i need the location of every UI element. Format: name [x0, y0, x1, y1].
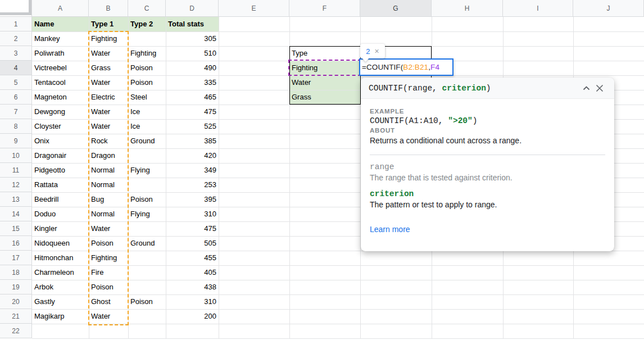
cell-B3[interactable]: Water [89, 46, 128, 61]
cell-B7[interactable]: Water [89, 105, 128, 119]
cell-D20[interactable]: 310 [166, 294, 219, 309]
cell-B12[interactable]: Normal [89, 178, 128, 192]
column-header-F[interactable]: F [289, 0, 360, 17]
cell-C1[interactable]: Type 2 [128, 17, 166, 31]
row-header-11[interactable]: 11 [0, 163, 32, 178]
row-header-22[interactable]: 22 [0, 324, 32, 338]
formula-input[interactable]: =COUNTIF(B2:B21,F4 [359, 58, 453, 76]
cell-D19[interactable]: 438 [166, 280, 219, 294]
row-header-10[interactable]: 10 [0, 148, 32, 163]
row-header-9[interactable]: 9 [0, 134, 32, 148]
cell-A9[interactable]: Onix [32, 134, 89, 148]
row-header-7[interactable]: 7 [0, 105, 32, 119]
cell-B15[interactable]: Water [89, 221, 128, 236]
cell-B2[interactable]: Fighting [89, 31, 128, 46]
cell-B14[interactable]: Normal [89, 207, 128, 221]
cell-B4[interactable]: Grass [89, 61, 128, 75]
row-header-20[interactable]: 20 [0, 294, 32, 309]
cell-A5[interactable]: Tentacool [32, 75, 89, 90]
cell-A21[interactable]: Magikarp [32, 309, 89, 324]
cell-F4[interactable]: Fighting [289, 61, 360, 75]
cell-B11[interactable]: Normal [89, 163, 128, 178]
row-header-4[interactable]: 4 [0, 61, 32, 75]
cell-D15[interactable]: 475 [166, 221, 219, 236]
row-header-14[interactable]: 14 [0, 207, 32, 221]
cell-A10[interactable]: Dragonair [32, 148, 89, 163]
cell-D21[interactable]: 200 [166, 309, 219, 324]
cell-A3[interactable]: Poliwrath [32, 46, 89, 61]
row-header-16[interactable]: 16 [0, 236, 32, 251]
row-header-12[interactable]: 12 [0, 178, 32, 192]
chevron-up-icon[interactable] [579, 81, 593, 95]
cell-A14[interactable]: Doduo [32, 207, 89, 221]
column-header-I[interactable]: I [503, 0, 573, 17]
cell-B19[interactable]: Poison [89, 280, 128, 294]
cell-A20[interactable]: Gastly [32, 294, 89, 309]
cell-D1[interactable]: Total stats [166, 17, 219, 31]
cell-A1[interactable]: Name [32, 17, 89, 31]
cell-C20[interactable]: Poison [128, 294, 166, 309]
cell-C6[interactable]: Steel [128, 90, 166, 105]
row-header-17[interactable]: 17 [0, 251, 32, 265]
cell-A7[interactable]: Dewgong [32, 105, 89, 119]
cell-B13[interactable]: Bug [89, 192, 128, 207]
row-header-15[interactable]: 15 [0, 221, 32, 236]
cell-A4[interactable]: Victreebel [32, 61, 89, 75]
cell-B1[interactable]: Type 1 [89, 17, 128, 31]
cell-C3[interactable]: Fighting [128, 46, 166, 61]
cell-A2[interactable]: Mankey [32, 31, 89, 46]
cell-D12[interactable]: 253 [166, 178, 219, 192]
cell-B10[interactable]: Dragon [89, 148, 128, 163]
cell-B5[interactable]: Water [89, 75, 128, 90]
row-header-19[interactable]: 19 [0, 280, 32, 294]
cell-D11[interactable]: 349 [166, 163, 219, 178]
cell-B17[interactable]: Fighting [89, 251, 128, 265]
cell-D10[interactable]: 420 [166, 148, 219, 163]
cell-C13[interactable]: Poison [128, 192, 166, 207]
row-header-18[interactable]: 18 [0, 265, 32, 280]
cell-A13[interactable]: Beedrill [32, 192, 89, 207]
cell-A16[interactable]: Nidoqueen [32, 236, 89, 251]
row-header-8[interactable]: 8 [0, 119, 32, 134]
row-header-13[interactable]: 13 [0, 192, 32, 207]
row-header-21[interactable]: 21 [0, 309, 32, 324]
cell-D7[interactable]: 475 [166, 105, 219, 119]
cell-D5[interactable]: 335 [166, 75, 219, 90]
column-header-H[interactable]: H [432, 0, 503, 17]
cell-A6[interactable]: Magneton [32, 90, 89, 105]
row-header-5[interactable]: 5 [0, 75, 32, 90]
row-header-1[interactable]: 1 [0, 17, 32, 31]
select-all-corner[interactable] [0, 0, 32, 17]
column-header-G[interactable]: G [360, 0, 432, 17]
column-header-A[interactable]: A [32, 0, 89, 17]
column-header-E[interactable]: E [219, 0, 289, 17]
cell-F5[interactable]: Water [289, 75, 360, 90]
cell-D18[interactable]: 405 [166, 265, 219, 280]
cell-D3[interactable]: 510 [166, 46, 219, 61]
cell-B9[interactable]: Rock [89, 134, 128, 148]
column-header-B[interactable]: B [89, 0, 128, 17]
cell-D17[interactable]: 455 [166, 251, 219, 265]
cell-B8[interactable]: Water [89, 119, 128, 134]
cell-B21[interactable]: Water [89, 309, 128, 324]
row-header-6[interactable]: 6 [0, 90, 32, 105]
cell-F3[interactable]: Type [289, 46, 360, 61]
close-icon[interactable] [593, 81, 606, 95]
cell-C4[interactable]: Poison [128, 61, 166, 75]
chip-close-icon[interactable]: × [375, 47, 379, 56]
cell-A19[interactable]: Arbok [32, 280, 89, 294]
cell-D4[interactable]: 490 [166, 61, 219, 75]
cell-D13[interactable]: 395 [166, 192, 219, 207]
cell-C9[interactable]: Ground [128, 134, 166, 148]
column-header-D[interactable]: D [166, 0, 219, 17]
cell-B20[interactable]: Ghost [89, 294, 128, 309]
cell-B18[interactable]: Fire [89, 265, 128, 280]
cell-D6[interactable]: 465 [166, 90, 219, 105]
cell-A15[interactable]: Kingler [32, 221, 89, 236]
row-header-3[interactable]: 3 [0, 46, 32, 61]
cell-A8[interactable]: Cloyster [32, 119, 89, 134]
cell-B6[interactable]: Electric [89, 90, 128, 105]
cell-F6[interactable]: Grass [289, 90, 360, 105]
cell-D2[interactable]: 305 [166, 31, 219, 46]
cell-C8[interactable]: Ice [128, 119, 166, 134]
